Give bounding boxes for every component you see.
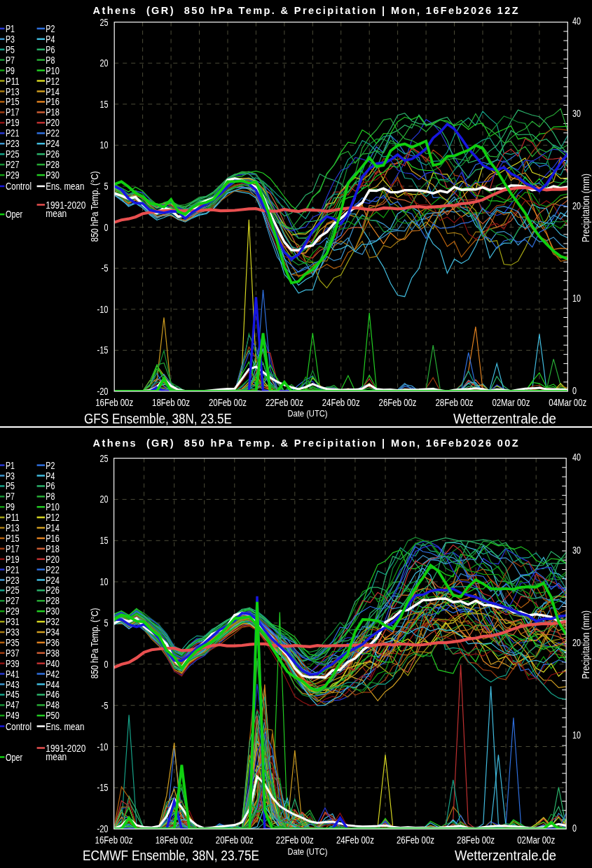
svg-text:P18: P18 xyxy=(46,106,60,118)
svg-text:P22: P22 xyxy=(46,564,60,575)
svg-text:P33: P33 xyxy=(6,626,20,638)
svg-text:18Feb 00z: 18Feb 00z xyxy=(152,397,190,408)
svg-text:P13: P13 xyxy=(6,86,20,97)
svg-text:26Feb 00z: 26Feb 00z xyxy=(379,397,417,408)
svg-text:10: 10 xyxy=(100,576,109,587)
svg-text:P23: P23 xyxy=(6,138,20,149)
svg-text:0: 0 xyxy=(572,822,577,834)
svg-text:-5: -5 xyxy=(102,262,109,274)
svg-text:5: 5 xyxy=(104,181,109,192)
svg-text:10: 10 xyxy=(100,139,109,150)
svg-text:0: 0 xyxy=(572,385,577,396)
svg-text:-5: -5 xyxy=(102,700,109,711)
svg-text:P15: P15 xyxy=(6,96,20,107)
svg-text:25: 25 xyxy=(100,17,109,28)
svg-text:P5: P5 xyxy=(6,480,15,491)
svg-text:02Mar 00z: 02Mar 00z xyxy=(517,834,555,846)
svg-text:P1: P1 xyxy=(6,460,15,471)
svg-text:P34: P34 xyxy=(46,626,60,638)
svg-text:P6: P6 xyxy=(46,44,55,55)
svg-text:P44: P44 xyxy=(46,679,60,690)
svg-text:P38: P38 xyxy=(46,648,60,659)
svg-text:P4: P4 xyxy=(46,470,55,482)
svg-text:Date (UTC): Date (UTC) xyxy=(288,409,328,419)
svg-text:28Feb 00z: 28Feb 00z xyxy=(436,397,474,408)
svg-text:-20: -20 xyxy=(97,386,109,397)
svg-text:Oper: Oper xyxy=(6,752,22,763)
svg-text:16Feb 00z: 16Feb 00z xyxy=(95,397,133,408)
svg-text:0: 0 xyxy=(104,222,109,233)
svg-text:mean: mean xyxy=(46,208,67,219)
svg-text:P10: P10 xyxy=(46,65,60,76)
svg-text:0: 0 xyxy=(104,659,109,670)
svg-text:10: 10 xyxy=(572,729,581,741)
svg-text:20Feb 00z: 20Feb 00z xyxy=(209,397,247,408)
svg-text:15: 15 xyxy=(100,535,109,546)
svg-text:P19: P19 xyxy=(6,117,20,128)
svg-text:5: 5 xyxy=(104,617,109,629)
svg-text:P16: P16 xyxy=(46,96,60,107)
svg-text:-10: -10 xyxy=(97,304,109,315)
svg-text:P9: P9 xyxy=(6,501,15,512)
svg-text:P2: P2 xyxy=(46,460,55,471)
svg-text:P45: P45 xyxy=(6,689,20,700)
svg-text:P1: P1 xyxy=(6,23,15,34)
svg-text:40: 40 xyxy=(572,15,581,27)
svg-text:-20: -20 xyxy=(97,823,109,834)
svg-text:30: 30 xyxy=(572,108,581,119)
svg-text:P43: P43 xyxy=(6,679,20,690)
svg-text:24Feb 00z: 24Feb 00z xyxy=(322,397,360,408)
svg-text:P40: P40 xyxy=(46,658,60,669)
svg-text:P16: P16 xyxy=(46,533,60,544)
svg-text:P46: P46 xyxy=(46,689,60,700)
svg-text:22Feb 00z: 22Feb 00z xyxy=(276,834,314,846)
svg-text:P10: P10 xyxy=(46,501,60,512)
svg-text:P26: P26 xyxy=(46,584,60,596)
svg-text:P12: P12 xyxy=(46,512,60,523)
svg-text:P17: P17 xyxy=(6,106,20,118)
svg-text:P8: P8 xyxy=(46,55,55,66)
svg-text:P23: P23 xyxy=(6,575,20,586)
svg-text:Control: Control xyxy=(6,181,32,192)
svg-text:-15: -15 xyxy=(97,782,109,793)
svg-text:P42: P42 xyxy=(46,668,60,680)
svg-text:P20: P20 xyxy=(46,554,60,565)
svg-text:16Feb 00z: 16Feb 00z xyxy=(95,834,133,846)
svg-text:P14: P14 xyxy=(46,522,60,533)
svg-text:P25: P25 xyxy=(6,584,20,596)
svg-text:Ens. mean: Ens. mean xyxy=(46,181,84,192)
svg-text:P29: P29 xyxy=(6,606,20,617)
svg-text:26Feb 00z: 26Feb 00z xyxy=(397,834,434,846)
svg-text:P15: P15 xyxy=(6,533,20,544)
svg-text:P41: P41 xyxy=(6,668,20,680)
svg-text:Wetterzentrale.de: Wetterzentrale.de xyxy=(453,411,556,426)
svg-text:P24: P24 xyxy=(46,138,60,149)
svg-text:P47: P47 xyxy=(6,699,20,710)
svg-text:P27: P27 xyxy=(6,159,20,170)
svg-text:P13: P13 xyxy=(6,522,20,533)
svg-text:Wetterzentrale.de: Wetterzentrale.de xyxy=(455,848,556,863)
svg-text:P29: P29 xyxy=(6,169,20,181)
svg-text:P3: P3 xyxy=(6,470,15,482)
svg-text:P20: P20 xyxy=(46,117,60,128)
svg-text:P30: P30 xyxy=(46,606,60,617)
svg-text:P14: P14 xyxy=(46,86,60,97)
svg-text:P2: P2 xyxy=(46,23,55,34)
svg-text:15: 15 xyxy=(100,99,109,110)
svg-text:P48: P48 xyxy=(46,699,60,710)
svg-text:P26: P26 xyxy=(46,148,60,160)
svg-text:20Feb 00z: 20Feb 00z xyxy=(216,834,254,846)
svg-text:P25: P25 xyxy=(6,148,20,160)
svg-text:P30: P30 xyxy=(46,169,60,181)
svg-text:Control: Control xyxy=(6,721,32,732)
svg-text:P5: P5 xyxy=(6,44,15,55)
svg-text:Precipitation (mm): Precipitation (mm) xyxy=(580,174,591,242)
svg-text:P32: P32 xyxy=(46,616,60,627)
svg-text:24Feb 00z: 24Feb 00z xyxy=(336,834,374,846)
svg-text:P28: P28 xyxy=(46,595,60,606)
svg-text:P3: P3 xyxy=(6,34,15,45)
svg-text:P7: P7 xyxy=(6,55,15,66)
svg-text:20: 20 xyxy=(100,57,109,69)
svg-text:P22: P22 xyxy=(46,127,60,139)
svg-text:18Feb 00z: 18Feb 00z xyxy=(156,834,193,846)
